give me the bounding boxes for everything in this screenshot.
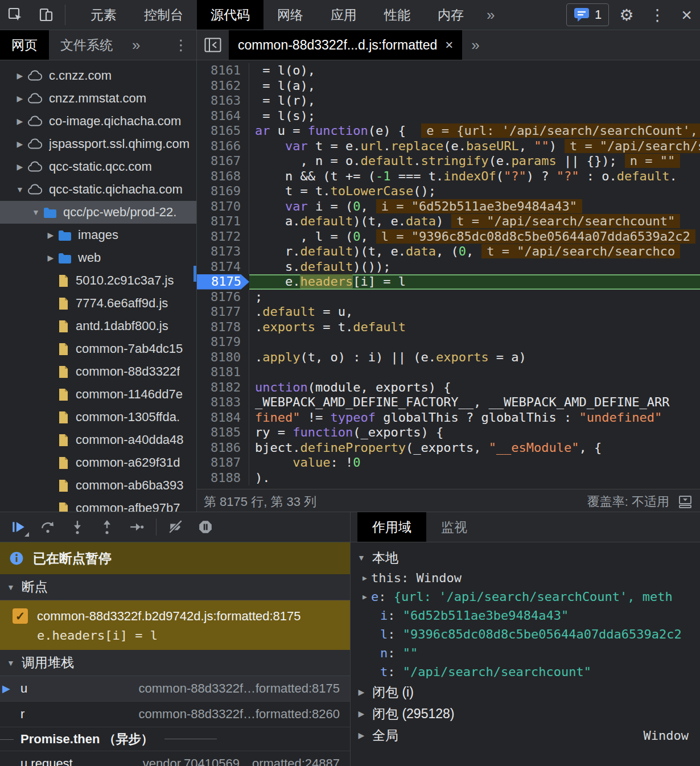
resume-button[interactable] [3,514,33,540]
editor-more-tabs-icon[interactable]: » [462,30,488,60]
line-number[interactable]: 8185 [197,425,249,440]
code-line[interactable]: 8169 t = t.toLowerCase(); [197,184,700,199]
line-number[interactable]: 8182 [197,380,249,396]
tab-sources[interactable]: 源代码 [197,0,263,30]
step-out-button[interactable] [92,514,122,540]
chevron-collapsed-icon[interactable]: ▶ [43,253,58,262]
pause-on-exceptions-button[interactable] [191,514,220,540]
tree-item-file[interactable]: antd.1dabf800.js [0,315,196,337]
chevron-collapsed-icon[interactable]: ▶ [13,71,27,80]
tree-item-domain[interactable]: ▶co-image.qichacha.com [0,110,196,133]
line-number[interactable]: 8181 [197,365,249,380]
step-into-button[interactable] [63,514,92,540]
line-number[interactable]: 8187 [197,455,249,471]
device-toolbar-icon[interactable] [31,0,61,30]
line-number[interactable]: 8174 [197,260,249,275]
tab-application[interactable]: 应用 [317,0,370,30]
code-line[interactable]: 8167 , n = o.default.stringify(e.params … [197,154,700,169]
line-number[interactable]: 8180 [197,350,249,365]
code-line[interactable]: 8180.apply(t, o) : i) || (e.exports = a) [197,350,700,365]
chevron-collapsed-icon[interactable]: ▶ [13,139,27,149]
line-number[interactable]: 8168 [197,169,249,184]
line-number[interactable]: 8162 [197,79,249,94]
tree-item-folder[interactable]: ▶web [0,246,196,269]
code-line[interactable]: 8176; [197,290,700,305]
chevron-expanded-icon[interactable]: ▼ [28,208,43,217]
scope-section-闭包 (295128)[interactable]: ▶闭包 (295128) [351,703,700,724]
breakpoint-checkbox[interactable]: ✓ [13,608,28,624]
breakpoints-section-header[interactable]: ▼ 断点 [0,574,350,600]
scope-section-全局[interactable]: ▶全局Window [351,724,700,746]
tree-item-folder[interactable]: ▼qcc/pc-web/prod-22. [0,201,196,224]
line-number[interactable]: 8164 [197,109,249,124]
line-number[interactable]: 8170 [197,199,249,215]
code-line[interactable]: 8186bject.defineProperty(_exports, "__es… [197,440,700,456]
tree-item-domain[interactable]: ▼qcc-static.qichacha.com [0,178,196,201]
tab-elements[interactable]: 元素 [77,0,130,30]
tab-network[interactable]: 网络 [263,0,317,30]
chevron-collapsed-icon[interactable]: ▶ [13,162,27,171]
code-line[interactable]: 8163 = l(r), [197,93,700,109]
code-line[interactable]: 8165ar u = function(e) { e = {url: '/api… [197,123,700,139]
code-line[interactable]: 8170 var i = (0,i = "6d52b511ae3be9484a4… [197,199,700,215]
code-line[interactable]: 8184fined" != typeof globalThis ? global… [197,410,700,426]
navigator-tab-filesystem[interactable]: 文件系统 [49,30,124,60]
line-number[interactable]: 8169 [197,184,249,199]
line-number[interactable]: 8167 [197,154,249,169]
line-number[interactable]: 8161 [197,63,249,79]
scope-variable[interactable]: t: "/api/search/searchcount" [351,662,700,681]
code-line[interactable]: 8175 e.headers[i] = l [197,274,700,290]
navigator-more-tabs-icon[interactable]: » [124,30,148,60]
callstack-frame[interactable]: ▶ucommon-88d3322f…formatted:8175 [0,676,350,702]
hide-navigator-icon[interactable] [197,30,229,60]
deactivate-breakpoints-button[interactable] [161,514,191,540]
code-line[interactable]: 8161 = l(o), [197,63,700,79]
more-panels-icon[interactable]: » [477,0,504,30]
scope-tab-watch[interactable]: 监视 [426,512,482,542]
code-line[interactable]: 8179 [197,335,700,350]
line-number[interactable]: 8171 [197,214,249,229]
tree-item-file[interactable]: common-1146dd7e [0,383,196,406]
code-line[interactable]: 8172 , l = (0,l = "9396c85dc08d8c5be0564… [197,229,700,245]
line-number[interactable]: 8176 [197,290,249,305]
line-number[interactable]: 8173 [197,244,249,260]
line-number[interactable]: 8179 [197,335,249,350]
line-number[interactable]: 8186 [197,440,249,456]
code-line[interactable]: 8162 = l(a), [197,79,700,94]
tree-item-domain[interactable]: ▶qcc-static.qcc.com [0,155,196,178]
line-number[interactable]: 8165 [197,123,249,139]
breakpoint-entry[interactable]: ✓ common-88d3322f.b2d9742d.js:formatted:… [0,600,350,650]
call-stack-section-header[interactable]: ▼ 调用堆栈 [0,650,350,676]
chevron-collapsed-icon[interactable]: ▶ [13,94,27,103]
tree-item-file[interactable]: common-1305ffda. [0,406,196,429]
code-line[interactable]: 8166 var t = e.url.replace(e.baseURL, ""… [197,139,700,154]
tree-item-domain[interactable]: ▶jspassport.ssl.qhimg.com [0,133,196,155]
tree-item-file[interactable]: 7774.6e6aff9d.js [0,292,196,315]
kebab-menu-icon[interactable]: ⋮ [641,0,673,30]
code-line[interactable]: 8185ry = function(_exports) { [197,425,700,440]
inspect-element-icon[interactable] [0,0,31,30]
tree-item-file[interactable]: common-a629f31d [0,451,196,474]
step-button[interactable] [122,514,151,540]
tab-performance[interactable]: 性能 [370,0,424,30]
code-line[interactable]: 8183_WEBPACK_AMD_DEFINE_FACTORY__, __WEB… [197,395,700,410]
navigator-kebab-icon[interactable]: ⋮ [166,30,196,60]
code-line[interactable]: 8178.exports = t.default [197,320,700,335]
scope-section-本地[interactable]: ▼本地 [351,547,700,569]
scope-variable[interactable]: ▶this: Window [351,569,700,587]
execution-line-number[interactable]: 8175 [197,274,249,290]
scope-variable[interactable]: l: "9396c85dc08d8c5be05644a07dda6539a2c2 [351,625,700,644]
console-messages-button[interactable]: 1 [566,3,609,26]
scope-section-闭包 (i)[interactable]: ▶闭包 (i) [351,681,700,703]
code-line[interactable]: 8173 r.default)(t, e.data, (0,t = "/api/… [197,244,700,260]
tree-item-file[interactable]: common-a40dda48 [0,429,196,451]
step-over-button[interactable] [33,514,63,540]
code-line[interactable]: 8181 [197,365,700,380]
code-line[interactable]: 8171 a.default)(t, e.data)t = "/api/sear… [197,214,700,229]
tree-item-folder[interactable]: ▶images [0,224,196,246]
tree-item-file[interactable]: common-ab6ba393 [0,474,196,497]
settings-gear-icon[interactable]: ⚙ [611,0,641,30]
callstack-frame[interactable]: u.requestvendor.70410569…ormatted:24887 [0,751,350,766]
line-number[interactable]: 8177 [197,304,249,320]
tree-item-domain[interactable]: ▶cnzz.mmstat.com [0,87,196,110]
